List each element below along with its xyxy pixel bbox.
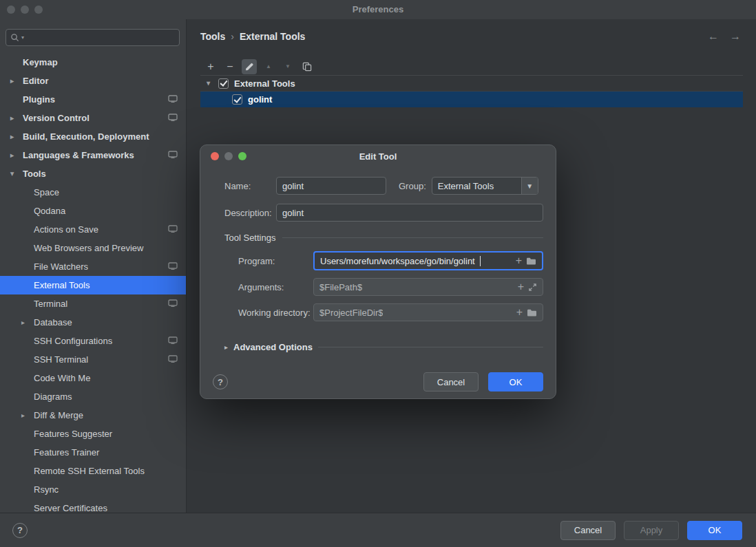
sidebar-item-plugins[interactable]: Plugins (0, 90, 186, 109)
external-tools-editor: + − ▲ ▼ ▸ External Tools golint (200, 58, 743, 107)
settings-search-box[interactable]: ▾ (6, 29, 180, 46)
sidebar-item-label: Qodana (34, 206, 65, 216)
help-button[interactable]: ? (213, 374, 228, 389)
dialog-close-button[interactable] (211, 152, 219, 160)
help-button[interactable]: ? (12, 523, 28, 538)
sidebar-item-diff-merge[interactable]: ▸Diff & Merge (0, 406, 186, 425)
sidebar-item-rsync[interactable]: Rsync (0, 480, 186, 499)
sidebar-item-qodana[interactable]: Qodana (0, 202, 186, 220)
chevron-right-icon[interactable]: ▸ (10, 152, 14, 159)
minimize-window-button[interactable] (21, 6, 29, 14)
forward-arrow-icon[interactable]: → (730, 30, 741, 43)
search-options-chevron-icon[interactable]: ▾ (21, 34, 24, 41)
sidebar-item-label: Diagrams (34, 392, 72, 402)
dialog-ok-button[interactable]: OK (488, 372, 543, 392)
sidebar-item-keymap[interactable]: Keymap (0, 53, 186, 72)
description-label: Description: (224, 208, 276, 218)
sidebar-item-actions-on-save[interactable]: Actions on Save (0, 220, 186, 239)
tree-row-golint[interactable]: golint (200, 92, 743, 107)
sidebar-item-label: Web Browsers and Preview (34, 243, 143, 253)
tree-row-external-tools[interactable]: ▸ External Tools (200, 76, 743, 92)
chevron-down-icon[interactable]: ▼ (521, 178, 538, 194)
chevron-right-icon[interactable]: ▸ (10, 78, 14, 85)
sidebar-item-web-browsers-and-preview[interactable]: Web Browsers and Preview (0, 239, 186, 257)
search-icon (10, 33, 19, 42)
working-directory-input[interactable]: $ProjectFileDir$ + (313, 303, 543, 321)
zoom-window-button[interactable] (34, 6, 43, 14)
sidebar-item-ssh-terminal[interactable]: SSH Terminal (0, 350, 186, 369)
arguments-input[interactable]: $FilePath$ + (313, 278, 543, 296)
sidebar-item-diagrams[interactable]: Diagrams (0, 387, 186, 406)
sidebar-item-external-tools[interactable]: External Tools (0, 276, 186, 294)
section-divider (318, 347, 543, 347)
move-down-icon[interactable]: ▼ (280, 59, 295, 74)
sidebar-item-remote-ssh-external-tools[interactable]: Remote SSH External Tools (0, 462, 186, 480)
sidebar-item-label: Remote SSH External Tools (34, 466, 145, 476)
sidebar-item-space[interactable]: Space (0, 183, 186, 202)
chevron-right-icon[interactable]: ▸ (224, 343, 228, 351)
working-directory-value: $ProjectFileDir$ (319, 308, 383, 318)
add-icon[interactable]: + (203, 59, 218, 74)
window-titlebar: Preferences (0, 0, 756, 19)
sidebar-item-tools[interactable]: ▸Tools (0, 164, 186, 183)
section-divider (282, 237, 543, 238)
external-tools-checkbox[interactable] (218, 78, 229, 89)
insert-macro-icon[interactable]: + (518, 281, 524, 292)
cancel-button[interactable]: Cancel (560, 521, 616, 540)
dialog-cancel-button[interactable]: Cancel (423, 372, 479, 392)
ok-button[interactable]: OK (687, 521, 742, 540)
sidebar-item-editor[interactable]: ▸Editor (0, 72, 186, 90)
screen-icon (168, 336, 178, 344)
copy-icon[interactable] (300, 59, 315, 74)
golint-checkbox[interactable] (232, 94, 242, 105)
sidebar-item-code-with-me[interactable]: Code With Me (0, 369, 186, 387)
folder-icon[interactable] (527, 308, 537, 317)
sidebar-item-terminal[interactable]: Terminal (0, 294, 186, 313)
sidebar-item-features-suggester[interactable]: Features Suggester (0, 425, 186, 443)
insert-macro-icon[interactable]: + (516, 255, 522, 266)
chevron-right-icon[interactable]: ▸ (10, 133, 14, 140)
chevron-right-icon[interactable]: ▸ (21, 319, 25, 326)
name-input[interactable] (276, 177, 386, 195)
sidebar-item-label: Actions on Save (34, 224, 98, 235)
sidebar-item-ssh-configurations[interactable]: SSH Configurations (0, 332, 186, 350)
chevron-down-icon[interactable]: ▸ (9, 172, 16, 175)
chevron-down-icon[interactable]: ▸ (205, 79, 213, 87)
back-arrow-icon[interactable]: ← (708, 30, 719, 43)
close-window-button[interactable] (7, 6, 15, 14)
sidebar-item-label: Version Control (23, 113, 90, 123)
dialog-zoom-button[interactable] (238, 152, 246, 160)
expand-icon[interactable] (528, 283, 537, 292)
sidebar-item-database[interactable]: ▸Database (0, 313, 186, 332)
window-title: Preferences (0, 0, 756, 19)
remove-icon[interactable]: − (222, 59, 238, 74)
dialog-minimize-button[interactable] (224, 152, 233, 160)
tool-settings-section: Tool Settings (224, 233, 543, 243)
sidebar-item-file-watchers[interactable]: File Watchers (0, 257, 186, 276)
apply-button[interactable]: Apply (624, 521, 679, 540)
search-input[interactable] (26, 32, 175, 43)
move-up-icon[interactable]: ▲ (261, 59, 276, 74)
sidebar-item-label: Languages & Frameworks (23, 150, 134, 160)
sidebar-item-server-certificates[interactable]: Server Certificates (0, 499, 186, 513)
sidebar-item-build-execution-deployment[interactable]: ▸Build, Execution, Deployment (0, 127, 186, 146)
sidebar-item-label: Rsync (34, 484, 59, 495)
insert-macro-icon[interactable]: + (516, 307, 523, 318)
tree-root-label[interactable]: External Tools (234, 78, 295, 89)
sidebar-item-languages-frameworks[interactable]: ▸Languages & Frameworks (0, 146, 186, 164)
advanced-options-toggle[interactable]: Advanced Options (233, 342, 313, 352)
program-input[interactable]: Users/morefun/workspace/go/bin/golint + (313, 251, 543, 270)
sidebar-item-label: External Tools (34, 280, 90, 290)
group-select[interactable]: External Tools ▼ (432, 177, 538, 195)
tree-item-golint-label[interactable]: golint (248, 94, 272, 105)
breadcrumb-external-tools[interactable]: External Tools (240, 31, 305, 42)
folder-icon[interactable] (526, 257, 536, 266)
chevron-right-icon[interactable]: ▸ (21, 412, 25, 419)
edit-pencil-icon[interactable] (242, 59, 257, 74)
sidebar-item-version-control[interactable]: ▸Version Control (0, 109, 186, 127)
chevron-right-icon[interactable]: ▸ (10, 115, 14, 122)
breadcrumb-tools[interactable]: Tools (200, 31, 225, 42)
edit-tool-dialog: Edit Tool Name: Group: External Tools ▼ … (200, 144, 556, 399)
sidebar-item-features-trainer[interactable]: Features Trainer (0, 443, 186, 462)
description-input[interactable] (276, 204, 543, 222)
